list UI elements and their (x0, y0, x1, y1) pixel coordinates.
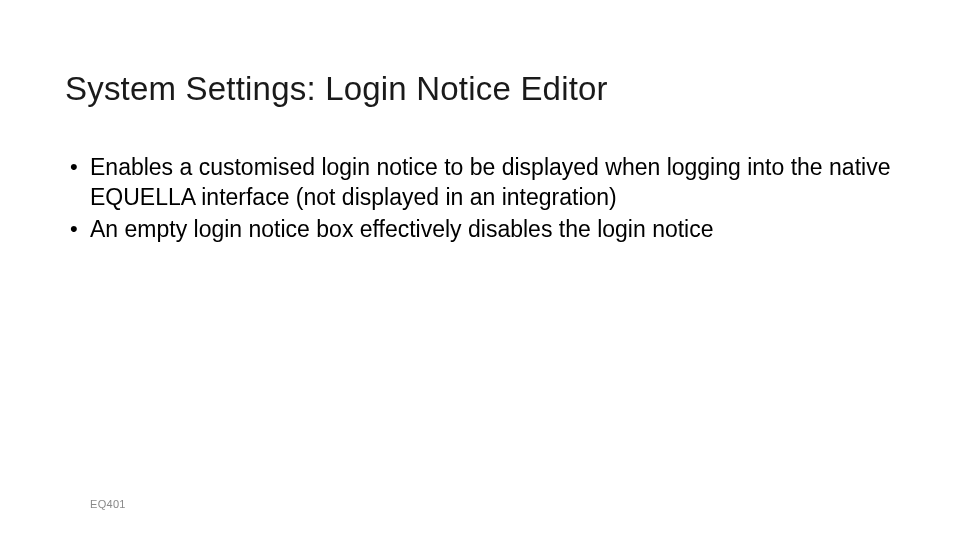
slide-footer: EQ401 (90, 498, 126, 510)
bullet-item: An empty login notice box effectively di… (65, 215, 895, 245)
bullet-list: Enables a customised login notice to be … (65, 153, 895, 245)
slide-content: Enables a customised login notice to be … (65, 153, 895, 245)
slide-container: System Settings: Login Notice Editor Ena… (0, 0, 960, 540)
bullet-item: Enables a customised login notice to be … (65, 153, 895, 213)
slide-title: System Settings: Login Notice Editor (65, 70, 895, 108)
